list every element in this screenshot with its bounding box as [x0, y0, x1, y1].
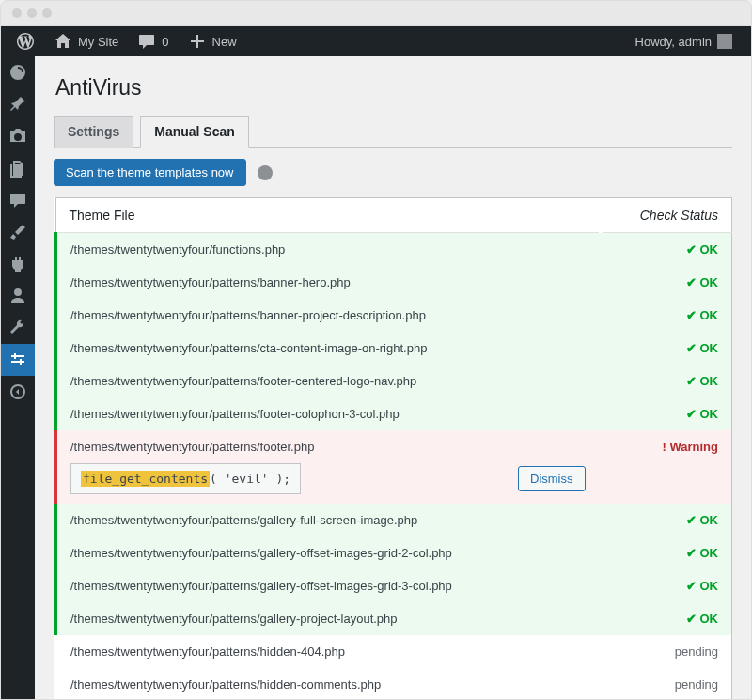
status-cell: ! Warning: [601, 430, 732, 504]
menu-comments[interactable]: [1, 184, 35, 216]
tab-settings[interactable]: Settings: [54, 116, 133, 148]
status-cell: ✔ OK: [601, 299, 732, 332]
table-row: /themes/twentytwentyfour/functions.php✔ …: [55, 233, 732, 267]
window-dot: [42, 8, 52, 18]
pin-icon: [8, 95, 27, 114]
site-name: My Site: [78, 35, 118, 49]
file-path-cell: /themes/twentytwentyfour/patterns/banner…: [55, 299, 601, 332]
file-path-cell: /themes/twentytwentyfour/patterns/hidden…: [55, 635, 601, 668]
collapse-icon: [8, 382, 27, 401]
media-icon: [8, 127, 27, 146]
column-header-status: Check Status: [601, 198, 732, 233]
table-row: /themes/twentytwentyfour/patterns/galler…: [55, 569, 732, 602]
admin-menu: [1, 56, 35, 699]
status-cell: ✔ OK: [601, 266, 732, 299]
file-path-cell: /themes/twentytwentyfour/patterns/footer…: [55, 365, 601, 397]
new-label: New: [212, 35, 237, 49]
window-dot: [12, 8, 22, 18]
status-cell: pending: [601, 635, 732, 668]
table-row: /themes/twentytwentyfour/patterns/galler…: [55, 602, 732, 635]
table-row: /themes/twentytwentyfour/patterns/hidden…: [55, 635, 732, 668]
dismiss-button[interactable]: Dismiss: [518, 466, 586, 491]
status-cell: ✔ OK: [601, 233, 732, 267]
status-cell: ✔ OK: [601, 537, 732, 569]
table-row: /themes/twentytwentyfour/patterns/footer…: [55, 430, 732, 504]
file-path-cell: /themes/twentytwentyfour/patterns/footer…: [55, 397, 601, 430]
file-path-cell: /themes/twentytwentyfour/patterns/banner…: [55, 266, 601, 299]
file-path-cell: /themes/twentytwentyfour/patterns/cta-co…: [55, 332, 601, 365]
file-path-cell: /themes/twentytwentyfour/patterns/galler…: [55, 569, 601, 602]
nav-tabs: SettingsManual Scan: [54, 116, 732, 148]
status-cell: ✔ OK: [601, 332, 732, 365]
scan-results-table: Theme File Check Status /themes/twentytw…: [54, 197, 732, 699]
file-path-cell: /themes/twentytwentyfour/patterns/footer…: [55, 430, 601, 504]
comments-icon: [8, 191, 27, 210]
greeting-text: Howdy, admin: [635, 35, 712, 49]
account-link[interactable]: Howdy, admin: [628, 26, 740, 56]
scan-button[interactable]: Scan the theme templates now: [54, 159, 246, 186]
table-row: /themes/twentytwentyfour/patterns/hidden…: [55, 668, 732, 699]
file-path-cell: /themes/twentytwentyfour/patterns/hidden…: [55, 668, 601, 699]
spinner-icon: [258, 165, 273, 180]
window-dot: [27, 8, 37, 18]
comment-icon: [137, 32, 156, 51]
plugin-icon: [8, 255, 27, 273]
file-path-cell: /themes/twentytwentyfour/patterns/galler…: [55, 537, 601, 569]
content-area: AntiVirus SettingsManual Scan Scan the t…: [35, 56, 751, 699]
site-link[interactable]: My Site: [46, 26, 126, 56]
table-row: /themes/twentytwentyfour/patterns/footer…: [55, 365, 732, 397]
table-row: /themes/twentytwentyfour/patterns/banner…: [55, 299, 732, 332]
tab-manual-scan[interactable]: Manual Scan: [140, 116, 249, 148]
table-row: /themes/twentytwentyfour/patterns/banner…: [55, 266, 732, 299]
file-path-cell: /themes/twentytwentyfour/functions.php: [55, 233, 601, 267]
dashboard-icon: [8, 63, 27, 82]
plus-icon: [188, 32, 207, 51]
page-title: AntiVirus: [54, 75, 732, 101]
status-cell: ✔ OK: [601, 569, 732, 602]
table-row: /themes/twentytwentyfour/patterns/galler…: [55, 537, 732, 569]
brush-icon: [8, 223, 27, 241]
menu-media[interactable]: [1, 120, 35, 152]
wordpress-icon: [16, 32, 35, 51]
new-content-link[interactable]: New: [180, 26, 244, 56]
comments-count: 0: [162, 35, 168, 49]
user-icon: [8, 287, 27, 305]
table-row: /themes/twentytwentyfour/patterns/galler…: [55, 504, 732, 537]
menu-settings[interactable]: [1, 344, 35, 376]
status-cell: pending: [601, 668, 732, 699]
menu-posts[interactable]: [1, 88, 35, 120]
status-cell: ✔ OK: [601, 365, 732, 397]
status-cell: ✔ OK: [601, 397, 732, 430]
status-cell: ✔ OK: [601, 504, 732, 537]
sliders-icon: [8, 350, 27, 369]
menu-dashboard[interactable]: [1, 56, 35, 88]
home-icon: [54, 32, 72, 51]
browser-chrome: [0, 0, 752, 26]
table-row: /themes/twentytwentyfour/patterns/footer…: [55, 397, 732, 430]
file-path-cell: /themes/twentytwentyfour/patterns/galler…: [55, 504, 601, 537]
wp-logo-link[interactable]: [8, 26, 42, 56]
wrench-icon: [8, 319, 27, 337]
pages-icon: [8, 159, 27, 178]
admin-bar: My Site 0 New Howdy, admin: [1, 26, 751, 56]
menu-pages[interactable]: [1, 152, 35, 184]
comments-link[interactable]: 0: [130, 26, 176, 56]
menu-users[interactable]: [1, 280, 35, 312]
suspicious-code: file_get_contents( 'evil' );: [70, 463, 301, 494]
column-header-file: Theme File: [55, 198, 601, 233]
file-path-cell: /themes/twentytwentyfour/patterns/galler…: [55, 602, 601, 635]
menu-appearance[interactable]: [1, 216, 35, 248]
menu-tools[interactable]: [1, 312, 35, 344]
menu-plugins[interactable]: [1, 248, 35, 280]
avatar: [717, 34, 732, 49]
status-cell: ✔ OK: [601, 602, 732, 635]
table-row: /themes/twentytwentyfour/patterns/cta-co…: [55, 332, 732, 365]
menu-collapse[interactable]: [1, 376, 35, 408]
